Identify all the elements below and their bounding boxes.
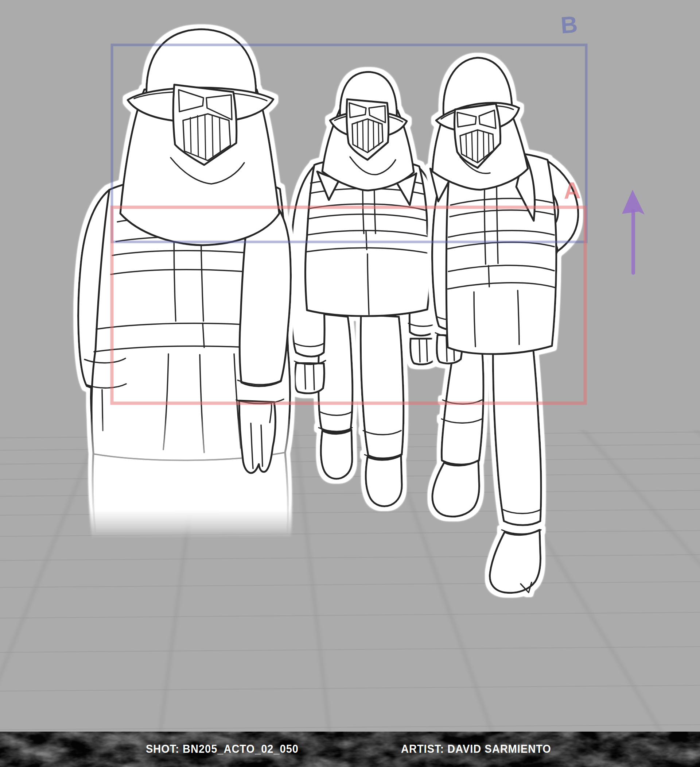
artist-credit: ARTIST: DAVID SARMIENTO <box>401 742 551 755</box>
artist-label: ARTIST: <box>401 742 444 755</box>
footer-bar: SHOT: BN205_ACTO_02_050 ARTIST: DAVID SA… <box>0 732 700 767</box>
footer-noise-texture <box>0 732 700 767</box>
artist-value: DAVID SARMIENTO <box>448 742 551 755</box>
storyboard-panel: B A SHOT: BN205_ACTO_02_050 ARTIST: DAVI… <box>0 0 700 767</box>
scene-illustration <box>0 0 700 767</box>
shot-label: SHOT: <box>146 742 179 755</box>
shot-credit: SHOT: BN205_ACTO_02_050 <box>146 742 298 755</box>
frame-a-label: A <box>563 178 581 202</box>
shot-value: BN205_ACTO_02_050 <box>183 742 298 755</box>
frame-b-label: B <box>560 13 579 37</box>
